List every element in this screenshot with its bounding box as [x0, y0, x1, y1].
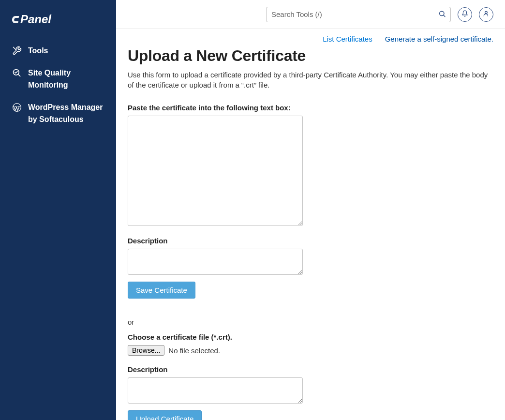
- wordpress-icon: [12, 102, 22, 113]
- sidebar-item-site-quality[interactable]: Site Quality Monitoring: [0, 62, 116, 96]
- sidebar-item-label: Tools: [28, 45, 104, 57]
- cpanel-logo[interactable]: Panel: [0, 10, 116, 40]
- search-icon: [438, 10, 446, 19]
- sidebar-nav: Tools Site Quality Monitoring: [0, 40, 116, 131]
- paste-certificate-label: Paste the certificate into the following…: [128, 104, 493, 112]
- magnifier-icon: [12, 68, 22, 78]
- user-menu-button[interactable]: [479, 7, 493, 22]
- page-title: Upload a New Certificate: [128, 47, 493, 65]
- notifications-button[interactable]: [458, 7, 472, 22]
- svg-line-3: [18, 74, 20, 76]
- or-separator: or: [128, 318, 493, 326]
- file-input-row: Browse... No file selected.: [128, 345, 493, 356]
- browse-button[interactable]: Browse...: [128, 345, 164, 356]
- bell-icon: [461, 10, 468, 18]
- sidebar-item-tools[interactable]: Tools: [0, 40, 116, 62]
- search-wrap: [266, 7, 451, 22]
- link-generate-self-signed[interactable]: Generate a self-signed certificate.: [385, 35, 493, 43]
- search-button[interactable]: [436, 8, 448, 21]
- description2-textarea[interactable]: [128, 377, 303, 404]
- upload-certificate-button[interactable]: Upload Certificate: [128, 410, 202, 420]
- description-textarea[interactable]: [128, 249, 303, 275]
- sidebar: Panel Tools: [0, 0, 116, 420]
- choose-file-label: Choose a certificate file (*.crt).: [128, 333, 493, 341]
- user-icon: [483, 10, 490, 18]
- svg-line-1: [14, 47, 16, 50]
- svg-text:Panel: Panel: [20, 13, 52, 26]
- description2-label: Description: [128, 365, 493, 374]
- save-certificate-button[interactable]: Save Certificate: [128, 282, 195, 299]
- svg-line-6: [444, 15, 445, 16]
- search-input[interactable]: [266, 7, 451, 22]
- sidebar-item-label: WordPress Manager by Softaculous: [28, 101, 104, 126]
- certificate-textarea[interactable]: [128, 116, 303, 226]
- top-links: List Certificates Generate a self-signed…: [128, 35, 493, 43]
- link-list-certificates[interactable]: List Certificates: [323, 35, 372, 43]
- svg-point-7: [485, 11, 488, 14]
- header: [116, 0, 505, 29]
- file-status-text: No file selected.: [168, 346, 220, 355]
- tools-icon: [12, 45, 22, 56]
- page-description: Use this form to upload a certificate pr…: [128, 70, 493, 90]
- main-content: List Certificates Generate a self-signed…: [116, 29, 505, 420]
- sidebar-item-label: Site Quality Monitoring: [28, 67, 104, 91]
- sidebar-item-wordpress-manager[interactable]: WordPress Manager by Softaculous: [0, 96, 116, 131]
- description-label: Description: [128, 237, 493, 245]
